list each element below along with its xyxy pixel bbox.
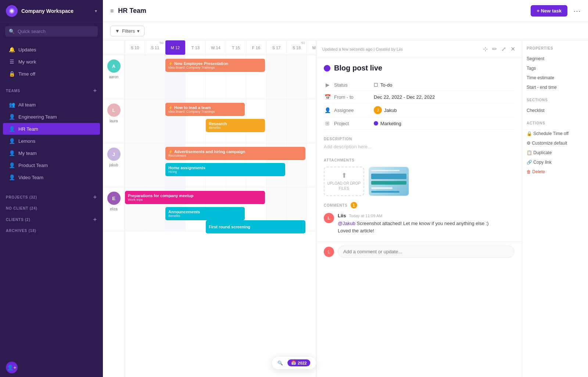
search-input[interactable] (18, 29, 94, 34)
task-label: New Employee Presentation (174, 61, 228, 66)
status-icon: ▶ (324, 82, 331, 88)
sidebar-item-my-team[interactable]: 👤 My team (3, 147, 100, 159)
day-header-m19: M 19 (307, 40, 316, 55)
task-subtitle: Recruitment (168, 154, 302, 157)
status-value[interactable]: ☐ To-do (374, 82, 392, 88)
task-label: Preparations for company meetup (128, 193, 194, 198)
attachment-preview[interactable] (369, 167, 409, 196)
hr-icon: 👤 (9, 126, 15, 132)
share-button[interactable]: ⊹ (482, 45, 488, 53)
add-project-button[interactable]: + (93, 194, 97, 200)
person-column: A aaron L laura J jakub E eliza (103, 40, 125, 377)
bottom-search-icon[interactable]: 🔍 (277, 360, 283, 366)
task-bar[interactable]: First round screening (206, 220, 305, 233)
description-section-label: DESCRIPTION (316, 133, 522, 142)
sidebar-item-mywork[interactable]: ☰ My work (3, 56, 100, 68)
action-delete[interactable]: 🗑 Delete (527, 167, 584, 177)
prop-segment[interactable]: Segment (527, 54, 584, 64)
person-row-laura: L laura (103, 99, 125, 143)
task-bar[interactable]: ⚡How to lead a teamIdea Board: Company T… (165, 103, 245, 116)
comment-author: Liis (338, 213, 346, 218)
action-schedule-timeoff[interactable]: 🔒 Schedule Time off (527, 129, 584, 138)
action-copy-link[interactable]: 🔗 Copy link (527, 157, 584, 167)
new-task-button[interactable]: + New task (531, 5, 567, 17)
video-icon: 👤 (9, 174, 15, 180)
product-icon: 👤 (9, 162, 15, 168)
edit-button[interactable]: ✏ (491, 45, 498, 53)
task-bar[interactable]: ⚡Advertisements and hiring campaignRecru… (165, 147, 305, 160)
cell-laura-s18 (287, 99, 307, 143)
sidebar-bottom: 👤+ (0, 358, 103, 377)
sidebar-item-product[interactable]: 👤 Product Team (3, 159, 100, 171)
upload-area[interactable]: ⬆ UPLOAD OR DROP FILES (324, 167, 364, 196)
from-to-label: From - to (334, 94, 371, 100)
menu-icon[interactable]: ≡ (110, 8, 114, 14)
prop-checklist[interactable]: Checklist (527, 106, 584, 115)
from-to-value[interactable]: Dec 22, 2022 - Dec 22, 2022 (374, 94, 435, 100)
bottom-calendar-icon: 📅 (291, 360, 296, 365)
description-text[interactable]: Add description here... (316, 142, 522, 154)
project-value[interactable]: Marketing (374, 121, 401, 126)
comment-time: Today at 11:09 AM (349, 214, 382, 218)
comment-mention: @Jakub (338, 221, 355, 226)
person-name-laura: laura (110, 119, 118, 123)
task-bar[interactable]: ResearchBenefits (206, 119, 265, 132)
sidebar-item-video[interactable]: 👤 Video Team (3, 171, 100, 183)
filter-button[interactable]: ▼ Filters ▾ (110, 26, 144, 36)
timeline-row-aaron: ⚡New Employee PresentationIdea Board: Co… (125, 55, 316, 99)
sidebar-header[interactable]: Company Workspace ▾ (0, 0, 103, 22)
properties-panel: PROPERTIES Segment Tags Time estimate St… (522, 40, 588, 377)
assignee-avatar: J (374, 106, 382, 114)
comment-count-badge: 1 (351, 202, 357, 209)
more-options-icon[interactable]: ⋯ (573, 7, 581, 15)
comment-text: @Jakub Screenshot attached! Let me know … (338, 220, 514, 234)
prop-tags[interactable]: Tags (527, 64, 584, 73)
task-bar[interactable]: Preparations for company meetupWork trip… (125, 191, 265, 204)
teams-section-label: TEAMS + (0, 83, 103, 95)
upload-icon: ⬆ (341, 171, 347, 180)
main-area: ≡ HR Team + New task ⋯ ▼ Filters ▾ A aar… (103, 0, 588, 377)
status-field: ▶ Status ☐ To-do (324, 79, 514, 91)
avatar-laura: L (107, 104, 121, 117)
sidebar-item-hr[interactable]: 👤 HR Team (3, 123, 100, 135)
action-duplicate[interactable]: 📋 Duplicate (527, 148, 584, 157)
link-icon: 🔗 (527, 160, 533, 165)
task-subtitle: Hiring (168, 170, 282, 174)
page-title: HR Team (118, 7, 526, 15)
assignee-label: Assignee (334, 108, 371, 113)
sidebar-item-lemons[interactable]: 👤 Lemons (3, 135, 100, 147)
search-box[interactable]: 🔍 (5, 26, 98, 37)
person-row-jakub: J jakub (103, 143, 125, 187)
add-team-button[interactable]: + (93, 87, 97, 94)
duplicate-icon: 📋 (527, 150, 533, 155)
prop-start-end-time[interactable]: Start - end time (527, 83, 584, 92)
sidebar-item-engineering[interactable]: 👤 Engineering Team (3, 111, 100, 123)
task-bar[interactable]: Home assignmentsHiring (165, 163, 285, 176)
action-customize-default[interactable]: ⚙ Customize default (527, 138, 584, 148)
sidebar-item-timeoff[interactable]: 🔒 Time off (3, 68, 100, 80)
clients-section-label: CLIENTS (2) + (0, 212, 103, 224)
day-header-f16: F 16 (246, 40, 266, 55)
expand-button[interactable]: ⤢ (501, 45, 507, 53)
comment-input-area: L (316, 242, 522, 264)
task-bar[interactable]: AnnouncementsBenefits (165, 207, 245, 220)
preview-content (369, 167, 409, 196)
project-label: Project (334, 121, 371, 126)
bottom-date-badge[interactable]: 📅 2022 (287, 359, 310, 366)
cell-aaron-s10 (125, 55, 145, 99)
person-icon: 👤 (324, 107, 331, 113)
assignee-value[interactable]: J Jakub (374, 106, 397, 114)
comment-input[interactable] (338, 246, 514, 258)
task-label: Home assignments (168, 166, 205, 170)
add-client-button[interactable]: + (93, 216, 97, 223)
sidebar-item-updates[interactable]: 🔔 Updates (3, 44, 100, 55)
cell-jakub-s10 (125, 143, 145, 187)
close-button[interactable]: ✕ (510, 45, 516, 53)
add-member-button[interactable]: 👤+ (6, 362, 18, 373)
sidebar-item-all-team[interactable]: 👥 All team (3, 99, 100, 110)
workspace-chevron-icon: ▾ (95, 8, 97, 14)
timeline-row-eliza: Preparations for company meetupWork trip… (125, 187, 316, 231)
comments-section: COMMENTS 1 L Liis Today at 11:09 AM @Jak… (316, 199, 522, 242)
task-bar[interactable]: ⚡New Employee PresentationIdea Board: Co… (165, 59, 265, 72)
prop-time-estimate[interactable]: Time estimate (527, 73, 584, 83)
